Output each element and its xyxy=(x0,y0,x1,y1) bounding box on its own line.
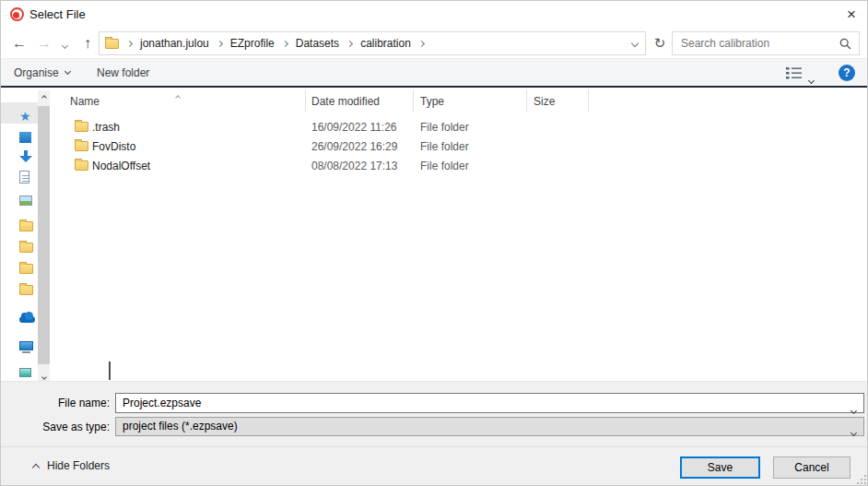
network-icon xyxy=(19,368,31,377)
monitor-icon xyxy=(19,341,33,350)
sidebar-item-documents[interactable] xyxy=(19,171,36,185)
change-view-icon[interactable] xyxy=(786,66,803,79)
folder-icon xyxy=(19,221,33,231)
file-type: File folder xyxy=(420,140,469,153)
file-type: File folder xyxy=(420,160,469,172)
file-fields-panel: File name: Save as type: project files (… xyxy=(1,381,868,446)
sidebar-item-folder[interactable] xyxy=(19,219,36,233)
sidebar-item-pictures[interactable] xyxy=(19,194,36,208)
resize-grip[interactable] xyxy=(856,474,867,485)
onedrive-cloud-icon xyxy=(19,316,35,323)
forward-button[interactable]: → xyxy=(33,32,55,54)
sidebar-item-desktop[interactable] xyxy=(19,130,36,145)
folder-icon xyxy=(105,39,119,49)
scroll-up-icon[interactable] xyxy=(38,90,50,104)
search-box xyxy=(672,31,860,55)
file-name: NodalOffset xyxy=(92,160,150,172)
file-name: .trash xyxy=(92,121,120,134)
search-input[interactable] xyxy=(673,32,837,54)
file-type: File folder xyxy=(420,121,469,134)
chevron-right-icon xyxy=(282,40,288,46)
file-name-input[interactable] xyxy=(116,394,844,412)
sidebar-item-network[interactable] xyxy=(19,365,36,380)
new-folder-button[interactable]: New folder xyxy=(97,59,149,87)
address-dropdown-chevron-icon[interactable] xyxy=(631,40,639,47)
app-icon xyxy=(10,7,24,21)
download-arrow-icon xyxy=(19,149,32,163)
sidebar-scrollbar[interactable] xyxy=(38,90,50,384)
sidebar-item-onedrive[interactable] xyxy=(19,311,36,326)
breadcrumb-item-calibration[interactable]: calibration xyxy=(360,37,411,50)
chevron-right-icon xyxy=(346,40,353,46)
chevron-down-icon xyxy=(851,423,856,441)
column-header-name[interactable]: Name xyxy=(70,89,100,113)
breadcrumb-item-datasets[interactable]: Datasets xyxy=(296,37,339,50)
file-row-trash[interactable]: .trash 16/09/2022 11:26 File folder xyxy=(58,118,611,137)
back-button[interactable]: ← xyxy=(8,32,30,54)
select-file-dialog: Select File × ← → ↑ jonathan.julou EZpro… xyxy=(0,0,868,486)
sidebar-item-folder[interactable] xyxy=(19,282,36,297)
breadcrumb-item-ezprofile[interactable]: EZprofile xyxy=(230,37,275,50)
folder-icon xyxy=(19,243,33,253)
sidebar-item-folder[interactable] xyxy=(19,261,36,276)
folder-icon xyxy=(19,264,33,274)
up-button[interactable]: ↑ xyxy=(76,32,99,54)
file-name-label: File name: xyxy=(19,397,110,409)
recent-locations-chevron-icon[interactable] xyxy=(57,32,72,54)
folder-icon xyxy=(19,285,33,295)
save-as-type-label: Save as type: xyxy=(19,421,110,433)
window-title: Select File xyxy=(29,7,86,21)
chevron-up-icon xyxy=(32,463,40,470)
document-icon xyxy=(19,171,29,184)
toolbar-divider xyxy=(1,86,868,88)
column-divider xyxy=(305,89,306,113)
cancel-button[interactable]: Cancel xyxy=(773,456,850,479)
desktop-icon xyxy=(19,132,31,143)
organise-label: Organise xyxy=(14,66,59,79)
new-folder-label: New folder xyxy=(97,66,149,79)
command-bar: Organise New folder ? xyxy=(1,58,868,86)
sort-ascending-icon xyxy=(176,87,180,103)
save-as-type-select[interactable]: project files (*.ezpsave) xyxy=(115,417,864,436)
breadcrumb[interactable]: jonathan.julou EZprofile Datasets calibr… xyxy=(99,31,646,55)
column-header-size[interactable]: Size xyxy=(534,89,555,113)
hide-folders-label: Hide Folders xyxy=(47,459,110,472)
file-row-fovdisto[interactable]: FovDisto 26/09/2022 16:29 File folder xyxy=(58,137,611,157)
sidebar-item-folder[interactable] xyxy=(19,240,36,255)
file-name-combo xyxy=(115,393,864,413)
column-header-type[interactable]: Type xyxy=(420,89,444,113)
chevron-down-icon xyxy=(65,68,71,75)
hide-folders-button[interactable]: Hide Folders xyxy=(33,459,110,472)
sidebar-item-downloads[interactable] xyxy=(19,149,36,164)
organise-button[interactable]: Organise xyxy=(14,59,70,87)
chevron-right-icon xyxy=(126,40,133,46)
refresh-icon[interactable]: ↻ xyxy=(649,32,671,54)
help-icon[interactable]: ? xyxy=(839,65,855,81)
folder-icon xyxy=(75,141,88,151)
sidebar-item-this-pc[interactable] xyxy=(19,341,36,356)
close-icon[interactable]: × xyxy=(839,3,863,27)
save-button[interactable]: Save xyxy=(680,456,760,479)
view-dropdown-chevron-icon[interactable] xyxy=(809,70,814,87)
scrollbar-thumb[interactable] xyxy=(38,106,50,364)
column-divider xyxy=(413,89,414,113)
dialog-footer: Hide Folders Save Cancel xyxy=(1,446,868,486)
column-divider xyxy=(588,89,589,113)
file-date-modified: 08/08/2022 17:13 xyxy=(311,160,397,172)
chevron-down-icon[interactable] xyxy=(851,400,856,417)
file-date-modified: 16/09/2022 11:26 xyxy=(311,121,397,134)
star-icon: ★ xyxy=(19,109,31,124)
text-caret xyxy=(109,362,111,380)
column-divider xyxy=(526,89,527,113)
file-name: FovDisto xyxy=(92,140,135,153)
chevron-right-icon xyxy=(217,40,223,46)
file-date-modified: 26/09/2022 16:29 xyxy=(311,140,397,153)
save-as-type-value: project files (*.ezpsave) xyxy=(123,420,238,433)
column-header-date-modified[interactable]: Date modified xyxy=(311,89,380,113)
folder-icon xyxy=(75,160,88,171)
file-row-nodaloffset[interactable]: NodalOffset 08/08/2022 17:13 File folder xyxy=(58,157,611,176)
search-icon[interactable] xyxy=(839,38,851,50)
breadcrumb-item-user[interactable]: jonathan.julou xyxy=(140,37,209,50)
sidebar-item-quick-access[interactable]: ★ xyxy=(19,108,36,123)
title-bar: Select File × xyxy=(1,1,868,29)
